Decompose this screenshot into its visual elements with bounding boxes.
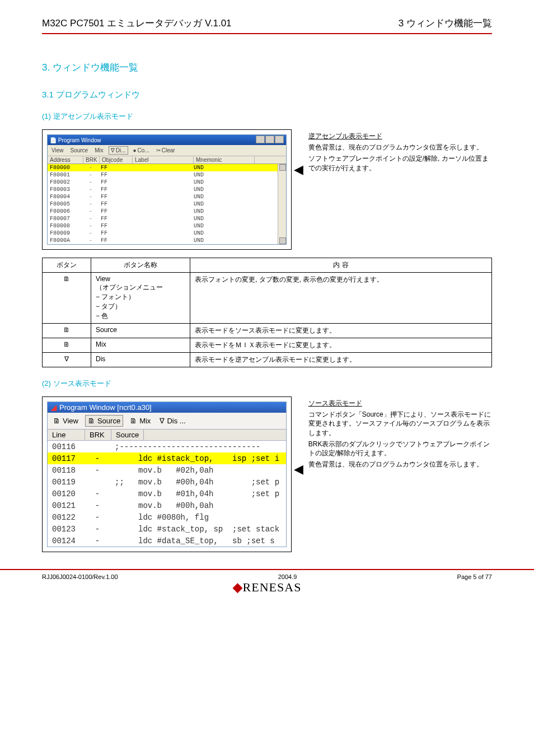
source-icon: 🗎: [43, 324, 91, 338]
toolbar-2: 🗎View 🗎Source 🗎Mix ∇Dis ...: [48, 413, 286, 430]
window-controls[interactable]: [255, 136, 284, 144]
table-row: F80002-FFUND: [48, 179, 286, 186]
view-cell: View （オプションメニュー − フォント） − タブ） − 色: [91, 273, 190, 324]
mix-button-2[interactable]: 🗎Mix: [128, 415, 153, 427]
subsection-source: (2) ソース表示モード: [42, 379, 492, 389]
source-button[interactable]: Source: [69, 146, 90, 155]
src-column-header: Line BRK Source: [48, 430, 286, 441]
view-desc: 表示フォントの変更, タブ数の変更, 表示色の変更が行えます。: [190, 273, 492, 324]
table-row: F80007-FFUND: [48, 215, 286, 222]
table-row: 00118- mov.b #02h,0ah: [48, 464, 286, 476]
disasm-rows: F80000-FFUNDF80001-FFUNDF80002-FFUNDF800…: [48, 164, 286, 244]
footer-date: 2004.9: [278, 573, 297, 580]
table-row: 00121- mov.b #00h,0ah: [48, 500, 286, 511]
figure-disassembly: 📄 Program Window View Source Mix ∇Di... …: [42, 129, 292, 250]
renesas-logo: ◆RENESAS: [0, 580, 534, 595]
mix-icon: 🗎: [43, 338, 91, 353]
vertical-scrollbar[interactable]: [278, 164, 286, 244]
table-row: F80008-FFUND: [48, 222, 286, 230]
table-row: 00123- ldc #stack_top, sp ;set stack: [48, 523, 286, 535]
table-row: F80004-FFUND: [48, 193, 286, 200]
window-title: 📄 Program Window: [50, 137, 101, 143]
table-row: 00122- ldc #0080h, flg: [48, 511, 286, 523]
view-icon: 🗎: [43, 273, 91, 324]
source-button-2[interactable]: 🗎Source: [85, 415, 123, 427]
table-row: 00119;; mov.b #00h,04h ;set p: [48, 476, 286, 488]
source-desc-2: BRK表示部のダブルクリックでソフトウェアブレークポイントの設定/解除が行えます…: [308, 440, 492, 458]
dis-button[interactable]: ∇Di...: [109, 146, 128, 155]
table-row: 00124- ldc #data_SE_top, sb ;set s: [48, 535, 286, 547]
dis-icon: ∇: [43, 353, 91, 367]
section-subtitle: 3.1 プログラムウィンドウ: [42, 90, 492, 100]
toolbar: View Source Mix ∇Di... ●Co... ✂Clear: [48, 145, 286, 156]
table-row: F80006-FFUND: [48, 208, 286, 215]
footer-page: Page 5 of 77: [457, 573, 492, 580]
source-rows: 00116;------------------------------0011…: [48, 441, 286, 547]
button-table: ボタン ボタン名称 内 容 🗎 View （オプションメニュー − フォント） …: [42, 258, 492, 367]
dis-button-2[interactable]: ∇Dis ...: [157, 415, 188, 427]
table-row: F80000-FFUND: [48, 164, 286, 171]
mix-button[interactable]: Mix: [93, 146, 105, 155]
footer: RJJ06J0024-0100/Rev.1.00 2004.9 Page 5 o…: [0, 569, 534, 605]
footer-rev: RJJ06J0024-0100/Rev.1.00: [42, 573, 118, 580]
disasm-desc-1: 黄色背景は、現在のプログラムカウンタ位置を示します。: [308, 143, 492, 152]
header-left: M32C PC7501 エミュレータデバッガ V.1.01: [42, 17, 232, 30]
table-row: 00116;------------------------------: [48, 441, 286, 452]
table-row: 00120- mov.b #01h,04h ;set p: [48, 488, 286, 500]
section-title: 3. ウィンドウ機能一覧: [42, 61, 492, 74]
disasm-desc-2: ソフトウェアブレークポイントの設定/解除, カーソル位置までの実行が行えます。: [308, 154, 492, 172]
window-title-2: ◢ Program Window [ncrt0.a30]: [48, 402, 286, 413]
source-desc-1: コマンドボタン「Source」押下により、ソース表示モードに変更されます。ソース…: [308, 410, 492, 437]
pointer-arrow-2: ◀: [294, 462, 303, 477]
pointer-arrow: ◀: [294, 162, 303, 177]
header-right: 3 ウィンドウ機能一覧: [399, 17, 492, 30]
table-row: F80003-FFUND: [48, 186, 286, 193]
view-button-2[interactable]: 🗎View: [51, 415, 81, 427]
table-row: F80001-FFUND: [48, 171, 286, 179]
source-caption: ソース表示モード: [308, 399, 492, 408]
view-button[interactable]: View: [50, 146, 65, 155]
column-header: Address BRK Objcode Label Mnemonic: [48, 156, 286, 164]
source-desc-3: 黄色背景は、現在のプログラムカウンタ位置を示します。: [308, 460, 492, 469]
window-icon: ◢: [51, 403, 57, 412]
table-row: 00117- ldc #istack_top, isp ;set i: [48, 452, 286, 464]
disasm-caption: 逆アセンブル表示モード: [308, 132, 492, 141]
table-row: F80005-FFUND: [48, 200, 286, 208]
clear-button[interactable]: ✂Clear: [154, 146, 177, 155]
table-row: F80009-FFUND: [48, 230, 286, 237]
table-row: F8000A-FFUND: [48, 237, 286, 244]
figure-source: ◢ Program Window [ncrt0.a30] 🗎View 🗎Sour…: [42, 396, 292, 552]
subsection-disasm: (1) 逆アセンブル表示モード: [42, 111, 492, 122]
co-button[interactable]: ●Co...: [132, 146, 151, 155]
